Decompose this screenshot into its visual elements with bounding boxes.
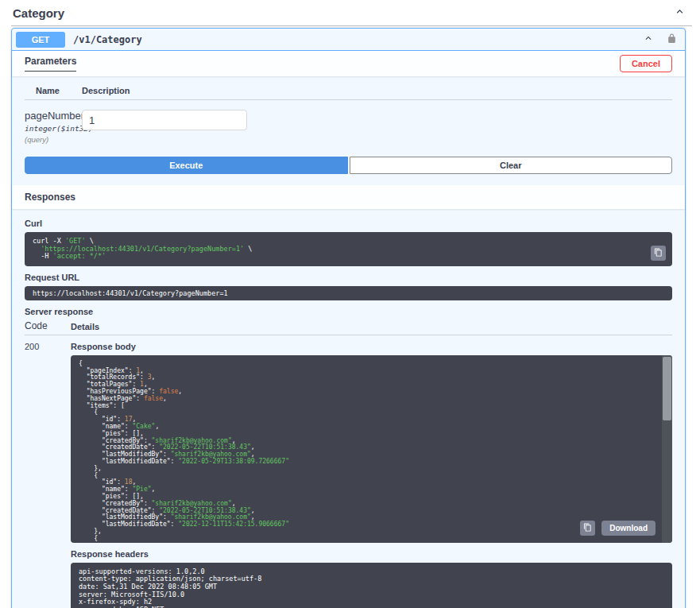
response-body-json: { "pageIndex": 1, "totalRecords": 3, "to… xyxy=(71,355,672,543)
scrollbar-thumb[interactable] xyxy=(663,357,671,420)
request-url-value: https://localhost:44301/v1/Category?page… xyxy=(25,286,672,300)
operation-collapse-button[interactable] xyxy=(641,31,656,48)
response-headers-block: api-supported-versions: 1.0,2.0content-t… xyxy=(71,563,672,608)
tag-header: Category xyxy=(11,0,692,26)
server-response-table-header: Code Details xyxy=(25,320,672,335)
copy-response-button[interactable] xyxy=(580,521,595,536)
server-response-row: 200 Response body { "pageIndex": 1, "tot… xyxy=(25,335,672,608)
tab-parameters[interactable]: Parameters xyxy=(25,56,76,72)
tag-title: Category xyxy=(13,6,64,20)
chevron-up-icon xyxy=(643,33,654,46)
response-body-actions: Download xyxy=(580,521,656,536)
curl-block: curl -X 'GET' \ 'https://localhost:44301… xyxy=(25,232,672,266)
method-badge: GET xyxy=(16,32,65,48)
clipboard-icon xyxy=(654,247,663,259)
execute-wrapper: Execute Clear xyxy=(12,155,685,185)
operation-path: /v1/Category xyxy=(73,34,633,45)
parameter-row: pageNumber integer($int32) (query) xyxy=(25,100,672,155)
response-body-scrollbar[interactable] xyxy=(662,355,672,543)
request-url-label: Request URL xyxy=(25,273,672,282)
response-headers-label: Response headers xyxy=(71,549,672,559)
clear-button[interactable]: Clear xyxy=(350,157,673,174)
responses-content: Curl curl -X 'GET' \ 'https://localhost:… xyxy=(12,209,685,608)
curl-command: curl -X 'GET' \ 'https://localhost:44301… xyxy=(25,232,672,266)
response-body-block: { "pageIndex": 1, "totalRecords": 3, "to… xyxy=(71,355,672,543)
clipboard-icon xyxy=(583,522,592,534)
status-code: 200 xyxy=(25,342,71,608)
param-type: integer($int32) xyxy=(25,124,82,133)
copy-curl-button[interactable] xyxy=(651,246,666,261)
opblock-summary[interactable]: GET /v1/Category xyxy=(12,29,685,51)
curl-label: Curl xyxy=(25,219,672,228)
parameters-section-header: Parameters Cancel xyxy=(12,51,685,76)
execute-button[interactable]: Execute xyxy=(25,157,348,174)
authorize-lock-button[interactable] xyxy=(665,32,679,48)
code-header: Code xyxy=(25,320,71,331)
tag-collapse-button[interactable] xyxy=(672,4,687,21)
swagger-page: Category GET /v1/Category xyxy=(0,0,700,608)
param-name-header: Name xyxy=(25,86,82,95)
server-response-label: Server response xyxy=(25,307,672,316)
param-name: pageNumber xyxy=(25,110,82,122)
responses-section-header: Responses xyxy=(12,185,685,209)
page-number-input[interactable] xyxy=(82,110,247,130)
cancel-button[interactable]: Cancel xyxy=(620,55,672,72)
download-button[interactable]: Download xyxy=(601,521,656,536)
param-description-header: Description xyxy=(82,86,672,95)
param-location: (query) xyxy=(25,135,82,144)
response-body-label: Response body xyxy=(71,342,672,351)
parameters-table: Name Description pageNumber integer($int… xyxy=(12,76,685,155)
details-header: Details xyxy=(71,322,672,331)
lock-icon xyxy=(667,33,677,46)
opblock-get-category: GET /v1/Category Parameters Cancel xyxy=(11,28,686,608)
chevron-up-icon xyxy=(674,6,686,20)
responses-title: Responses xyxy=(25,192,75,203)
parameters-table-header: Name Description xyxy=(25,86,672,100)
